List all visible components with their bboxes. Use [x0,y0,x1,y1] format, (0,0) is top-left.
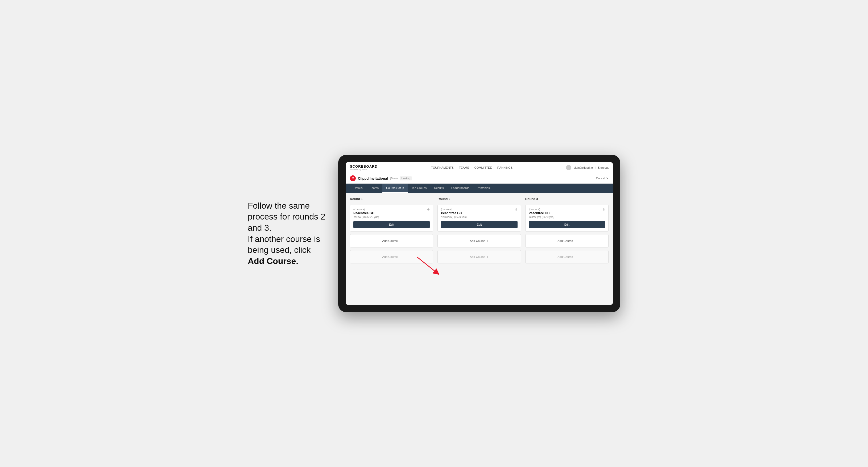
course-details: Yellow (M) (6629 yds) [441,216,517,218]
top-nav: SCOREBOARD Powered by clippd TOURNAMENTS… [346,162,613,173]
edit-button-round3[interactable]: Edit [529,221,605,228]
course-card: (Course A) Peachtree GC Yellow (M) (6629… [437,205,521,231]
tab-bar: Details Teams Course Setup Tee Groups Re… [346,184,613,193]
add-course-card-round3-1[interactable]: Add Course + [525,234,609,247]
nav-teams[interactable]: TEAMS [459,166,469,169]
edit-button-round2[interactable]: Edit [441,221,517,228]
add-course-card-round3-2: Add Course + [525,250,609,263]
plus-icon: + [574,239,576,243]
add-course-text: Add Course + [470,239,489,243]
plus-icon-disabled: + [574,255,576,259]
sub-header-left: C Clippd Invitational (Men) Hosting [350,175,412,181]
tab-results[interactable]: Results [430,184,447,193]
instruction-text: Follow the same process for rounds 2 and… [248,200,328,267]
course-label: (Course A) [441,208,517,211]
add-course-card-round2-1[interactable]: Add Course + [437,234,521,247]
user-email: blair@clippd.io [574,166,593,169]
add-course-card-round1-2: Add Course + [350,250,433,263]
edit-button-round1[interactable]: Edit [353,221,430,228]
round-2-title: Round 2 [437,197,521,201]
add-course-text: Add Course + [557,239,576,243]
powered-by: Powered by clippd [350,168,378,171]
instruction-line1: Follow the same process for rounds 2 and… [248,201,326,232]
instruction-bold: Add Course. [248,256,298,266]
course-label: (Course A) [529,208,605,211]
app-logo: C [350,175,356,181]
delete-icon-round2[interactable]: ⊗ [514,207,518,212]
nav-rankings[interactable]: RANKINGS [497,166,513,169]
sub-header: C Clippd Invitational (Men) Hosting Canc… [346,173,613,184]
course-label: (Course A) [353,208,430,211]
tab-tee-groups[interactable]: Tee Groups [408,184,430,193]
plus-icon-disabled: + [399,255,401,259]
round-3-column: Round 3 (Course A) Peachtree GC Yellow (… [525,197,609,263]
main-content: Round 1 (Course A) Peachtree GC Yellow (… [346,193,613,305]
round-3-course-card: (Course A) Peachtree GC Yellow (M) (6629… [525,205,609,231]
rounds-grid: Round 1 (Course A) Peachtree GC Yellow (… [350,197,609,263]
course-card: (Course A) Peachtree GC Yellow (M) (6629… [350,205,433,231]
tablet-screen: SCOREBOARD Powered by clippd TOURNAMENTS… [346,162,613,305]
course-details: Yellow (M) (6629 yds) [529,216,605,218]
tab-details[interactable]: Details [350,184,366,193]
add-course-text-disabled: Add Course + [557,255,576,259]
course-name: Peachtree GC [529,211,605,215]
close-icon: ✕ [606,177,609,180]
brand-logo: SCOREBOARD Powered by clippd [350,164,378,171]
hosting-badge: Hosting [400,177,412,180]
tab-course-setup[interactable]: Course Setup [382,184,408,193]
tab-printables[interactable]: Printables [473,184,494,193]
main-nav: TOURNAMENTS TEAMS COMMITTEE RANKINGS [431,166,513,169]
plus-icon-disabled: + [487,255,489,259]
nav-tournaments[interactable]: TOURNAMENTS [431,166,454,169]
nav-committee[interactable]: COMMITTEE [474,166,492,169]
course-name: Peachtree GC [441,211,517,215]
round-1-column: Round 1 (Course A) Peachtree GC Yellow (… [350,197,433,263]
tournament-name: Clippd Invitational [358,177,388,180]
page-wrapper: Follow the same process for rounds 2 and… [248,155,620,312]
delete-icon-round1[interactable]: ⊗ [426,207,431,212]
add-course-text-disabled: Add Course + [470,255,489,259]
course-name: Peachtree GC [353,211,430,215]
course-details: Yellow (M) (6629 yds) [353,216,430,218]
round-1-course-card: (Course A) Peachtree GC Yellow (M) (6629… [350,205,433,231]
delete-icon-round3[interactable]: ⊗ [602,207,606,212]
instruction-line2: If another course is being used, click A… [248,234,320,266]
tablet-frame: SCOREBOARD Powered by clippd TOURNAMENTS… [338,155,620,312]
round-1-title: Round 1 [350,197,433,201]
course-card: (Course A) Peachtree GC Yellow (M) (6629… [525,205,609,231]
plus-icon: + [487,239,489,243]
round-3-title: Round 3 [525,197,609,201]
add-course-text-disabled: Add Course + [382,255,401,259]
add-course-text: Add Course + [382,239,401,243]
plus-icon: + [399,239,401,243]
cancel-button[interactable]: Cancel ✕ [596,177,609,180]
round-2-column: Round 2 (Course A) Peachtree GC Yellow (… [437,197,521,263]
add-course-card-round2-2: Add Course + [437,250,521,263]
tournament-mode: (Men) [390,177,398,180]
brand-name: SCOREBOARD [350,164,378,168]
round-2-course-card: (Course A) Peachtree GC Yellow (M) (6629… [437,205,521,231]
tab-teams[interactable]: Teams [366,184,382,193]
sign-out-link[interactable]: Sign out [598,166,609,169]
user-area: blair@clippd.io | Sign out [566,165,609,170]
tab-leaderboards[interactable]: Leaderboards [447,184,473,193]
separator: | [595,166,596,169]
user-avatar [566,165,571,170]
add-course-card-round1-1[interactable]: Add Course + [350,234,433,247]
